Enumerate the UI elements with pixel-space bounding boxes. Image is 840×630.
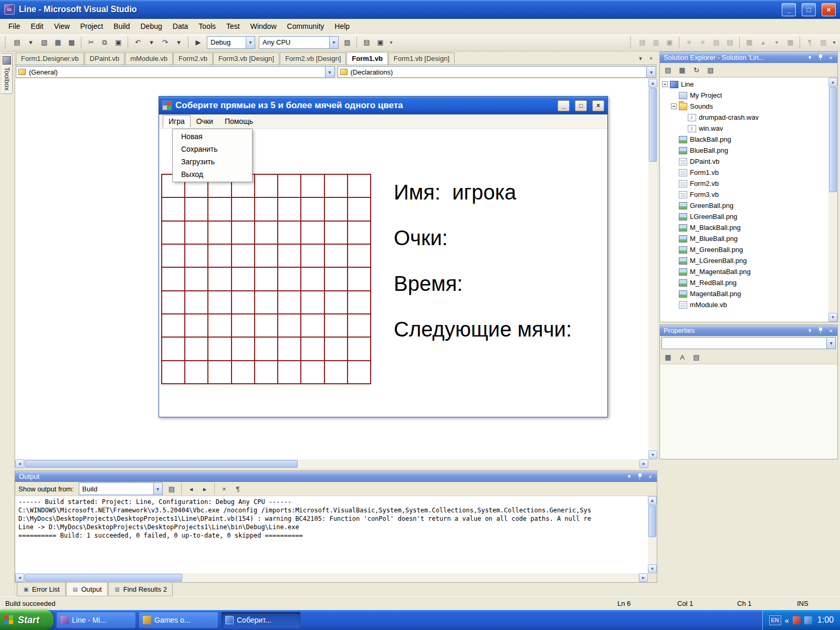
taskbar-button[interactable]: Line - Mi...: [56, 612, 136, 628]
solution-explorer-header[interactable]: Solution Explorer - Solution 'Lin... ▾ ×: [660, 52, 837, 63]
document-tab[interactable]: Form2.vb [Design]: [280, 52, 346, 65]
output-vertical-scrollbar[interactable]: ▲ ▼: [648, 496, 657, 573]
tray-icon[interactable]: [804, 616, 812, 624]
form-menu-item[interactable]: Игра: [163, 115, 191, 128]
grid-cell[interactable]: [208, 198, 232, 221]
document-tab[interactable]: Form2.vb: [173, 52, 213, 65]
pin-icon[interactable]: [816, 54, 825, 62]
chevron-down-icon[interactable]: ▾: [826, 338, 835, 349]
toolbar-button[interactable]: ▣: [374, 36, 387, 49]
toolbar-button[interactable]: ✂: [85, 36, 98, 49]
grid-cell[interactable]: [301, 245, 324, 268]
start-button[interactable]: Start: [0, 610, 54, 630]
menu-item[interactable]: Project: [75, 20, 109, 33]
scrollbar-thumb[interactable]: [648, 506, 656, 537]
solution-explorer-toolbar-button[interactable]: ↻: [690, 64, 703, 76]
toolbar-button[interactable]: ▣: [112, 36, 125, 49]
scrollbar-thumb[interactable]: [829, 87, 837, 192]
grid-cell[interactable]: [301, 361, 324, 384]
tree-item[interactable]: mModule.vb: [660, 299, 828, 310]
popup-menu-item[interactable]: Загрузить: [174, 155, 251, 168]
pin-icon[interactable]: [816, 327, 825, 335]
grid-cell[interactable]: [348, 245, 371, 268]
tree-item[interactable]: Form1.vb: [660, 167, 828, 178]
grid-cell[interactable]: [185, 268, 208, 291]
form-menu-item[interactable]: Очки: [191, 115, 219, 128]
grid-cell[interactable]: [325, 314, 348, 338]
chevron-down-icon[interactable]: ▾: [153, 483, 162, 495]
menu-item[interactable]: Data: [167, 20, 194, 33]
toolbar-button[interactable]: ▥: [649, 36, 663, 49]
popup-menu-item[interactable]: Новая: [174, 130, 251, 143]
menu-item[interactable]: Community: [282, 20, 330, 33]
members-combo[interactable]: (Declarations) ▾: [338, 66, 657, 78]
configuration-combo[interactable]: Debug ▾: [207, 36, 255, 49]
grid-cell[interactable]: [348, 222, 371, 245]
form-menu-item[interactable]: Помощь: [219, 115, 259, 128]
grid-cell[interactable]: [348, 175, 371, 198]
output-source-combo[interactable]: Build ▾: [79, 482, 163, 495]
tab-list-dropdown-icon[interactable]: ▾: [635, 53, 646, 64]
grid-cell[interactable]: [185, 222, 208, 245]
toolbar-button[interactable]: ≡: [696, 36, 709, 49]
grid-cell[interactable]: [325, 222, 348, 245]
toolbar-button[interactable]: ▾: [24, 36, 37, 49]
selected-object-combo[interactable]: ▾: [662, 337, 836, 349]
grid-cell[interactable]: [208, 222, 232, 245]
grid-cell[interactable]: [185, 245, 208, 268]
grid-cell[interactable]: [325, 245, 348, 268]
grid-cell[interactable]: [325, 291, 348, 314]
grid-cell[interactable]: [255, 198, 278, 221]
grid-cell[interactable]: [325, 338, 348, 361]
toolbar-button[interactable]: ▧: [38, 36, 51, 49]
grid-cell[interactable]: [301, 291, 324, 314]
form-close-button[interactable]: ×: [592, 100, 604, 111]
grid-cell[interactable]: [208, 291, 232, 314]
grid-cell[interactable]: [162, 361, 185, 384]
grid-cell[interactable]: [348, 291, 371, 314]
tree-item[interactable]: M_GreenBall.png: [660, 244, 828, 255]
grid-cell[interactable]: [301, 198, 324, 221]
tree-item[interactable]: M_LGreenBall.png: [660, 255, 828, 266]
tree-item[interactable]: drumpad-crash.wav: [660, 112, 828, 123]
grid-cell[interactable]: [278, 361, 301, 384]
grid-cell[interactable]: [162, 245, 185, 268]
grid-cell[interactable]: [278, 338, 301, 361]
document-tab[interactable]: Form1.vb [Design]: [388, 52, 455, 65]
output-toolbar-button[interactable]: ▸: [198, 482, 212, 495]
scrollbar-thumb[interactable]: [25, 574, 182, 582]
solution-explorer-toolbar-button[interactable]: ▧: [704, 64, 717, 76]
grid-cell[interactable]: [255, 175, 278, 198]
popup-menu-item[interactable]: Сохранить: [174, 143, 251, 155]
grid-cell[interactable]: [232, 291, 255, 314]
scroll-right-icon[interactable]: ►: [639, 573, 648, 582]
output-toolbar-button[interactable]: ◂: [185, 482, 198, 495]
grid-cell[interactable]: [255, 222, 278, 245]
window-position-icon[interactable]: ▾: [805, 54, 814, 62]
toolbar-button[interactable]: ▶: [192, 36, 205, 49]
bottom-panel-tab[interactable]: ▤ Output: [66, 583, 108, 596]
tree-item[interactable]: GreenBall.png: [660, 200, 828, 211]
grid-cell[interactable]: [162, 338, 185, 361]
toolbar-button[interactable]: [188, 37, 189, 48]
grid-cell[interactable]: [162, 268, 185, 291]
menu-item[interactable]: Window: [245, 20, 282, 33]
tree-item[interactable]: M_MagentaBall.png: [660, 266, 828, 277]
scrollbar-thumb[interactable]: [25, 460, 298, 468]
tree-item[interactable]: win.wav: [660, 123, 828, 134]
tree-item[interactable]: M_BlackBall.png: [660, 222, 828, 233]
scroll-up-icon[interactable]: ▲: [648, 79, 657, 88]
tree-item[interactable]: Sounds: [660, 101, 828, 112]
scroll-right-icon[interactable]: ►: [639, 459, 648, 468]
grid-cell[interactable]: [301, 175, 324, 198]
tree-item[interactable]: M_BlueBall.png: [660, 233, 828, 244]
tree-item[interactable]: BlackBall.png: [660, 134, 828, 145]
menu-item[interactable]: File: [3, 20, 26, 33]
window-position-icon[interactable]: ▾: [805, 327, 814, 335]
properties-header[interactable]: Properties ▾ ×: [660, 325, 837, 336]
scroll-left-icon[interactable]: ◄: [15, 573, 24, 582]
toolbox-tab[interactable]: Toolbox: [2, 53, 13, 94]
grid-cell[interactable]: [208, 314, 232, 338]
scroll-up-icon[interactable]: ▲: [828, 78, 837, 87]
maximize-button[interactable]: □: [802, 3, 816, 16]
